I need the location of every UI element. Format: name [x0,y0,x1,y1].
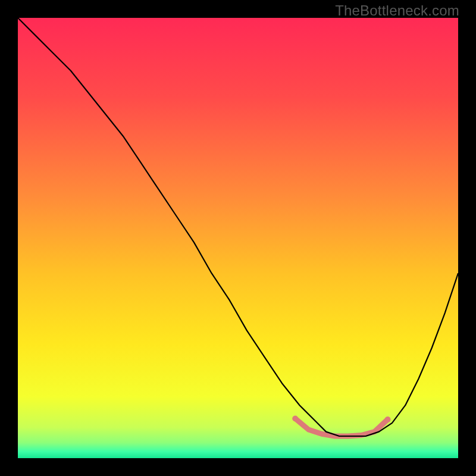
svg-point-1 [292,415,298,421]
bottleneck-chart [18,18,458,458]
watermark-text: TheBottleneck.com [335,2,459,19]
svg-rect-0 [18,18,458,458]
svg-point-2 [385,416,391,422]
